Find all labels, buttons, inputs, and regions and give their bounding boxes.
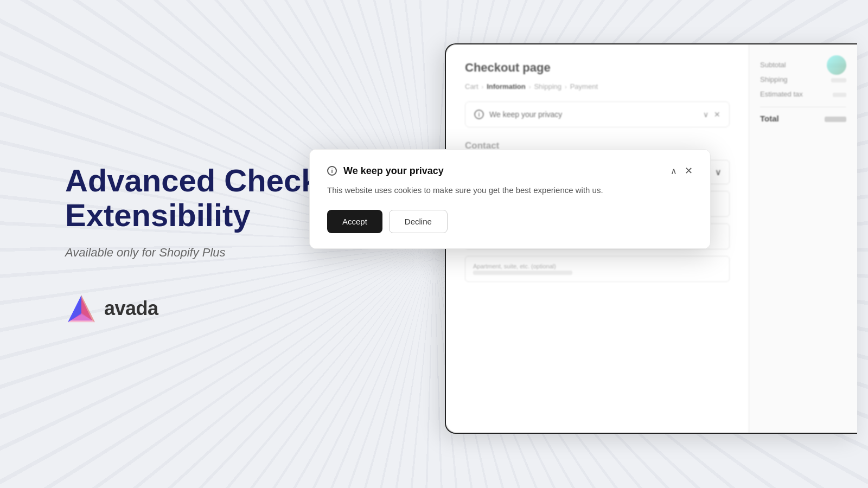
hero-title-word-extensibility: Extensibility (65, 197, 251, 233)
modal-close-icon[interactable]: ✕ (685, 165, 693, 177)
modal-header-left: i We keep your privacy (327, 165, 444, 177)
avada-logo-icon (65, 292, 98, 325)
modal-header: i We keep your privacy ∧ ✕ (327, 165, 693, 177)
modal-title: We keep your privacy (343, 165, 444, 177)
accept-button[interactable]: Accept (327, 210, 382, 233)
decline-button[interactable]: Decline (389, 210, 448, 233)
modal-collapse-icon[interactable]: ∧ (671, 166, 677, 176)
avada-logo: avada (65, 292, 380, 325)
avada-logo-text: avada (104, 297, 158, 320)
modal-info-icon: i (327, 166, 337, 176)
hero-title-word-advanced: Advanced Check (65, 163, 318, 198)
modal-buttons: Accept Decline (327, 210, 693, 233)
modal-description: This website uses cookies to make sure y… (327, 184, 693, 197)
modal-actions: ∧ ✕ (671, 165, 693, 177)
privacy-modal: i We keep your privacy ∧ ✕ This website … (309, 149, 711, 249)
